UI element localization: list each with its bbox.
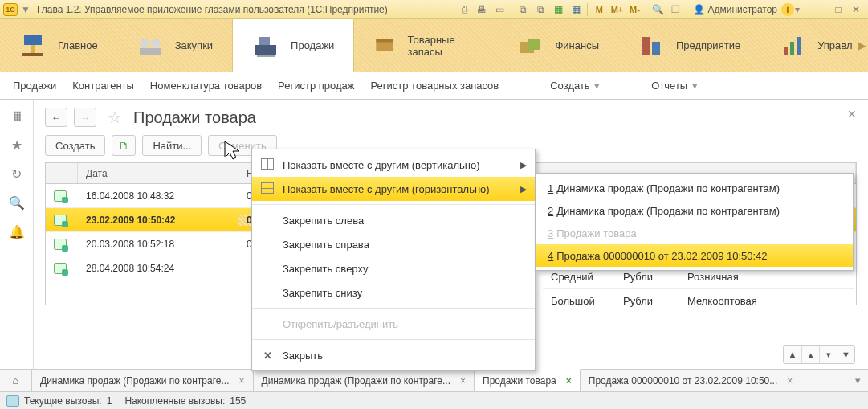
svg-rect-12 [528, 39, 540, 50]
cmd-sales-register[interactable]: Регистр продаж [278, 80, 354, 92]
menu-close[interactable]: ✕ Закрыть [252, 343, 535, 367]
back-button[interactable]: ← [45, 108, 67, 127]
nav-purchases[interactable]: Закупки [117, 19, 232, 72]
money-icon [516, 32, 544, 59]
tab[interactable]: Продажи товара× [475, 369, 581, 391]
accumulated-calls-value: 155 [230, 395, 246, 407]
menu-pin-left[interactable]: Закрепить слева [252, 208, 535, 232]
submenu-item[interactable]: 2Динамика продаж (Продажи по контрагента… [536, 199, 853, 222]
maximize-button[interactable]: □ [830, 2, 846, 17]
grid-extra-columns: Средний Рубли Розничная Большой Рубли Ме… [543, 265, 854, 313]
col-date[interactable]: Дата [78, 163, 238, 183]
app-logo: 1C [3, 3, 18, 16]
cmd-create[interactable]: Создать ▾ [550, 80, 600, 92]
info-icon[interactable]: i [781, 3, 794, 16]
m-button[interactable]: M [591, 2, 607, 17]
favorite-toggle[interactable]: ☆ [108, 108, 122, 127]
nav-main[interactable]: Главное [0, 19, 117, 72]
menu-show-horizontal[interactable]: Показать вместе с другим (горизонтально)… [252, 177, 535, 201]
accumulated-calls-label: Накопленные вызовы: [124, 395, 225, 407]
grid-last[interactable]: ▼ [837, 346, 854, 363]
tab[interactable]: Динамика продаж (Продажи по контраге...× [32, 370, 254, 391]
menu-show-vertical[interactable]: Показать вместе с другим (вертикально) ▶ [252, 153, 535, 177]
tabs-overflow[interactable]: ▾ [847, 370, 868, 391]
section-nav: Главное Закупки Продажи Товарные запасы … [0, 19, 868, 72]
cmd-sales[interactable]: Продажи [13, 80, 56, 92]
chevron-right-icon: ▶ [520, 160, 527, 170]
close-window-button[interactable]: ✕ [848, 2, 864, 17]
building-icon [638, 32, 665, 59]
svg-rect-10 [377, 39, 394, 42]
tab-close-icon[interactable]: × [566, 375, 572, 387]
tab[interactable]: Динамика продаж (Продажи по контраге...× [254, 370, 475, 391]
status-bar: Текущие вызовы: 1 Накопленные вызовы: 15… [0, 391, 868, 409]
tab-close-icon[interactable]: × [239, 375, 245, 387]
page-title: Продажи товара [133, 108, 256, 127]
favorites-icon[interactable]: ★ [9, 137, 25, 153]
doc-icon[interactable]: ▭ [491, 2, 507, 17]
compare-icon[interactable]: ⧉ [532, 2, 548, 17]
menu-unpin: Открепить/разъединить [252, 312, 535, 336]
nav-finance[interactable]: Финансы [497, 19, 618, 72]
nav-enterprise[interactable]: Предприятие [618, 19, 760, 72]
submenu-item[interactable]: 4Продажа 000000010 от 23.02.2009 10:50:4… [536, 244, 853, 267]
tab[interactable]: Продажа 000000010 от 23.02.2009 10:50...… [581, 370, 802, 391]
search-sidebar-icon[interactable]: 🔍 [9, 194, 25, 211]
menu-pin-bottom[interactable]: Закрепить снизу [252, 280, 535, 305]
tab-close-icon[interactable]: × [787, 375, 793, 387]
calendar-icon[interactable]: ▦ [568, 2, 584, 17]
zoom-icon[interactable]: 🔍 [650, 2, 666, 17]
forward-button[interactable]: → [74, 108, 96, 127]
notifications-icon[interactable]: 🔔 [9, 223, 25, 239]
page-close[interactable]: ✕ [847, 108, 857, 121]
nav-label: Предприятие [676, 39, 740, 51]
minimize-button[interactable]: — [813, 2, 829, 17]
nav-label: Управл [817, 39, 852, 51]
menu-pin-right[interactable]: Закрепить справа [252, 232, 535, 256]
menu-pin-top[interactable]: Закрепить сверху [252, 256, 535, 280]
app-menu-dd[interactable]: ▼ [21, 4, 31, 15]
nav-management[interactable]: Управл [760, 19, 857, 72]
cmd-counterparties[interactable]: Контрагенты [72, 80, 134, 92]
print-preview-icon[interactable]: ⎙ [456, 2, 472, 17]
find-button[interactable]: Найти... [142, 135, 202, 156]
context-submenu: 1Динамика продаж (Продажи по контрагента… [536, 173, 854, 271]
split-horizontal-icon [260, 182, 275, 196]
apps-icon[interactable]: ⁞⁞⁞ [9, 108, 25, 124]
perf-icon [6, 395, 19, 407]
nav-sales[interactable]: Продажи [232, 19, 354, 72]
svg-rect-8 [257, 55, 275, 57]
table-row[interactable]: Большой Рубли Мелкооптовая [543, 289, 854, 313]
cmd-nomenclature[interactable]: Номенклатура товаров [150, 80, 262, 92]
nav-label: Продажи [291, 39, 334, 51]
svg-rect-1 [31, 45, 35, 53]
copy-icon[interactable]: ⧉ [515, 2, 531, 17]
grid-down[interactable]: ▾ [819, 346, 837, 363]
cmd-stock-register[interactable]: Регистр товарных запасов [370, 80, 499, 92]
info-dd[interactable]: ▾ [795, 4, 800, 15]
grid-up[interactable]: ▴ [801, 346, 819, 363]
grid-first[interactable]: ▲ [784, 346, 801, 363]
history-icon[interactable]: ↻ [9, 166, 25, 182]
nav-label: Финансы [555, 39, 599, 51]
cmd-reports[interactable]: Отчеты ▾ [651, 80, 698, 92]
tab-close-icon[interactable]: × [460, 375, 466, 387]
nav-stock[interactable]: Товарные запасы [354, 19, 497, 72]
svg-rect-16 [790, 42, 794, 55]
window-title: Глава 1.2. Управляемое приложение глазам… [37, 4, 388, 15]
windows-icon[interactable]: ❐ [667, 2, 683, 17]
current-calls-label: Текущие вызовы: [24, 395, 102, 407]
m-minus-button[interactable]: M- [626, 2, 642, 17]
m-plus-button[interactable]: M+ [609, 2, 625, 17]
calc-icon[interactable]: ▦ [550, 2, 566, 17]
window-tabs: ⌂ Динамика продаж (Продажи по контраге..… [0, 369, 868, 391]
create-button[interactable]: Создать [45, 135, 105, 156]
submenu-item[interactable]: 1Динамика продаж (Продажи по контрагента… [536, 177, 853, 199]
home-tab[interactable]: ⌂ [0, 370, 32, 391]
document-icon [54, 263, 67, 274]
lamp-icon [19, 32, 47, 59]
print-icon[interactable]: 🖶 [474, 2, 490, 17]
nav-scroll-right[interactable]: ▶ [858, 19, 869, 72]
refresh-button[interactable]: 🗋 [112, 135, 136, 156]
user-label[interactable]: 👤Администратор [693, 4, 777, 15]
